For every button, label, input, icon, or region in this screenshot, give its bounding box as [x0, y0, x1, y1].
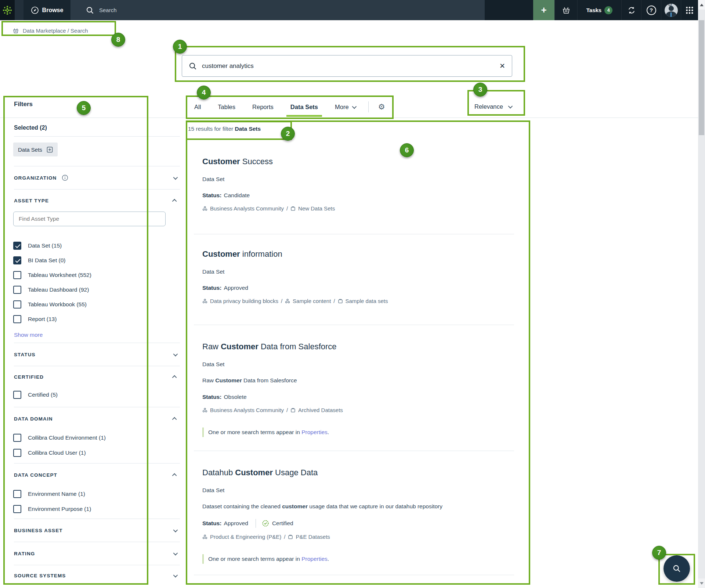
filter-section-asset-type[interactable]: ASSET TYPE [0, 190, 182, 212]
clear-search-icon[interactable]: ✕ [499, 62, 505, 69]
tab-data-sets[interactable]: Data Sets [282, 96, 326, 118]
gear-on-avatar-icon: ⚙ [668, 4, 673, 7]
checkbox[interactable] [13, 505, 21, 513]
path-domain-link[interactable]: P&E Datasets [288, 533, 330, 541]
checkbox-row-environment-name[interactable]: Environment Name (1) [0, 486, 182, 501]
path-domain-link[interactable]: New Data Sets [290, 205, 335, 213]
checkbox[interactable] [13, 490, 21, 498]
selected-filters-label: Selected (2) [14, 125, 169, 131]
result-description: Raw Customer Data from Salesforce [202, 376, 518, 385]
certified-icon [262, 520, 269, 527]
checkbox-row-environment-purpose[interactable]: Environment Purpose (1) [0, 501, 182, 516]
path-domain-link[interactable]: Sample data sets [338, 297, 388, 305]
tab-all[interactable]: All [186, 96, 209, 118]
tab-reports[interactable]: Reports [244, 96, 282, 118]
result-title[interactable]: Customer information [202, 249, 518, 260]
browse-tab[interactable]: Browse [24, 0, 70, 20]
filter-section-certified[interactable]: CERTIFIED [0, 366, 182, 387]
filter-section-source-systems[interactable]: SOURCE SYSTEMS [0, 565, 182, 586]
filter-chip-data-sets[interactable]: Data Sets [13, 143, 58, 156]
basket-button[interactable] [554, 0, 577, 20]
scroll-up-arrow[interactable] [698, 0, 705, 10]
checkbox-row-collibra-cloud-user[interactable]: Collibra Cloud User (1) [0, 445, 182, 460]
scrollbar-thumb[interactable] [699, 20, 704, 135]
scrollbar[interactable] [698, 0, 705, 588]
browse-label: Browse [42, 7, 64, 14]
nav-right-section: + Tasks 4 ? ⚙ [485, 0, 698, 20]
result-card[interactable]: Customer information Data Set Status:App… [202, 249, 518, 315]
properties-link[interactable]: Properties [301, 556, 328, 562]
sync-button[interactable] [621, 0, 641, 20]
help-button[interactable]: ? [641, 0, 661, 20]
path-community-link[interactable]: Data privacy building blocks [202, 297, 278, 305]
chevron-down-icon [173, 351, 178, 356]
find-asset-type-input[interactable] [13, 212, 166, 226]
add-button[interactable]: + [533, 0, 554, 20]
filter-section-status[interactable]: STATUS [0, 343, 182, 366]
checkbox-row-data-set[interactable]: Data Set (15) [0, 238, 182, 253]
checkbox-label: Collibra Cloud User (1) [28, 450, 86, 456]
filter-section-business-asset[interactable]: BUSINESS ASSET [0, 519, 182, 542]
checkbox[interactable] [13, 434, 21, 442]
result-title[interactable]: Raw Customer Data from Salesforce [202, 341, 518, 352]
search-settings-gear-icon[interactable]: ⚙ [373, 102, 390, 111]
checkbox[interactable] [13, 315, 21, 323]
filter-section-data-concept[interactable]: DATA CONCEPT [0, 463, 182, 486]
result-title[interactable]: Datahub Customer Usage Data [202, 467, 518, 478]
checkbox-row-report[interactable]: Report (13) [0, 312, 182, 327]
path-community-link[interactable]: Sample content [285, 297, 331, 305]
result-card[interactable]: Raw Customer Data from Salesforce Data S… [202, 341, 518, 437]
checkbox-row-tableau-worksheet[interactable]: Tableau Worksheet (552) [0, 268, 182, 282]
search-input-icon [189, 62, 197, 70]
organization-label: ORGANIZATION [14, 175, 57, 181]
filter-section-organization[interactable]: ORGANIZATION [0, 166, 182, 189]
marketplace-basket-icon [12, 28, 19, 34]
result-title[interactable]: Customer Success [202, 156, 518, 167]
annotation-badge-5: 5 [77, 101, 91, 115]
chevron-down-icon [173, 573, 178, 578]
checkbox[interactable] [13, 286, 21, 294]
show-more-link[interactable]: Show more [14, 332, 182, 338]
checkbox-row-collibra-cloud-environment[interactable]: Collibra Cloud Environment (1) [0, 430, 182, 445]
path-community-link[interactable]: Product & Engineering (P&E) [202, 533, 281, 541]
filter-section-data-domain[interactable]: DATA DOMAIN [0, 407, 182, 430]
sort-dropdown[interactable]: Relevance [474, 100, 511, 113]
checkbox[interactable] [13, 300, 21, 309]
path-domain-link[interactable]: Archived Datasets [290, 406, 343, 414]
checkbox-row-tableau-dashboard[interactable]: Tableau Dashboard (92) [0, 282, 182, 297]
breadcrumb[interactable]: Data Marketplace / Search [0, 20, 698, 41]
annotation-badge-3: 3 [473, 83, 487, 97]
filter-section-rating[interactable]: RATING [0, 542, 182, 565]
status-label: Status: [202, 191, 222, 199]
collibra-logo[interactable] [0, 0, 15, 20]
properties-link[interactable]: Properties [301, 429, 328, 435]
plus-square-icon[interactable] [47, 147, 53, 153]
checkbox-checked[interactable] [13, 242, 21, 250]
apps-grid-icon [686, 7, 693, 14]
path-community-link[interactable]: Business Analysts Community [202, 406, 284, 414]
status-row: Status:Approved Certified [202, 519, 518, 528]
result-card[interactable]: Datahub Customer Usage Data Data Set Dat… [202, 467, 518, 564]
status-label: Status: [202, 393, 222, 401]
checkbox-row-bi-data-set[interactable]: BI Data Set (0) [0, 253, 182, 268]
checkbox[interactable] [13, 271, 21, 279]
search-input[interactable] [202, 62, 494, 70]
path-community-link[interactable]: Business Analysts Community [202, 205, 284, 213]
checkbox-row-tableau-workbook[interactable]: Tableau Workbook (55) [0, 297, 182, 312]
chevron-up-icon [172, 417, 177, 422]
tab-more[interactable]: More [326, 96, 364, 118]
asset-path: Business Analysts Community / Archived D… [202, 406, 518, 414]
checkbox[interactable] [13, 391, 21, 399]
tasks-button[interactable]: Tasks 4 [577, 0, 621, 20]
tab-tables[interactable]: Tables [209, 96, 244, 118]
apps-grid-button[interactable] [681, 0, 698, 20]
scroll-down-arrow[interactable] [698, 578, 705, 588]
checkbox[interactable] [13, 449, 21, 457]
checkbox-row-certified[interactable]: Certified (5) [0, 387, 182, 402]
floating-search-button[interactable] [664, 555, 690, 582]
data-domain-label: DATA DOMAIN [14, 416, 53, 422]
result-card[interactable]: Customer Success Data Set Status:Candida… [202, 156, 518, 222]
status-value: Obsolete [224, 393, 247, 401]
checkbox-checked[interactable] [13, 256, 21, 264]
profile-button[interactable]: ⚙ [661, 0, 681, 20]
